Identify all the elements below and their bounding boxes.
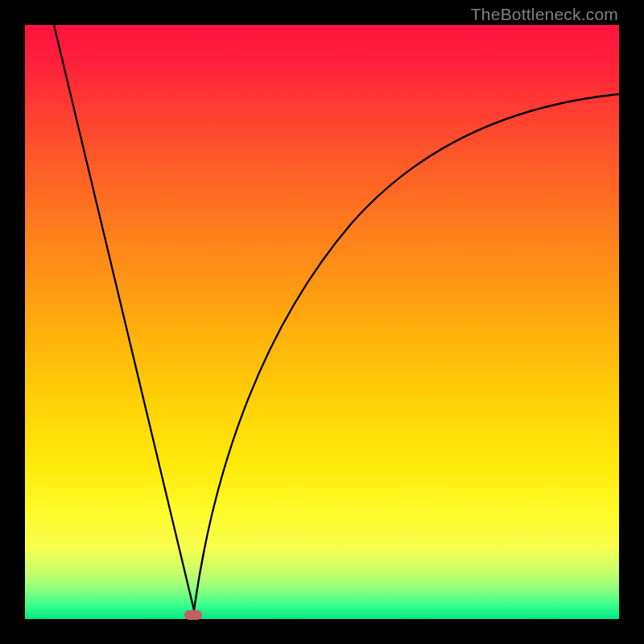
bottleneck-curve	[25, 25, 619, 619]
curve-left-branch	[54, 25, 194, 610]
curve-right-branch	[194, 94, 619, 610]
plot-area	[25, 25, 619, 619]
chart-frame: TheBottleneck.com	[0, 0, 644, 644]
watermark-text: TheBottleneck.com	[471, 5, 618, 24]
cusp-marker	[184, 610, 202, 620]
